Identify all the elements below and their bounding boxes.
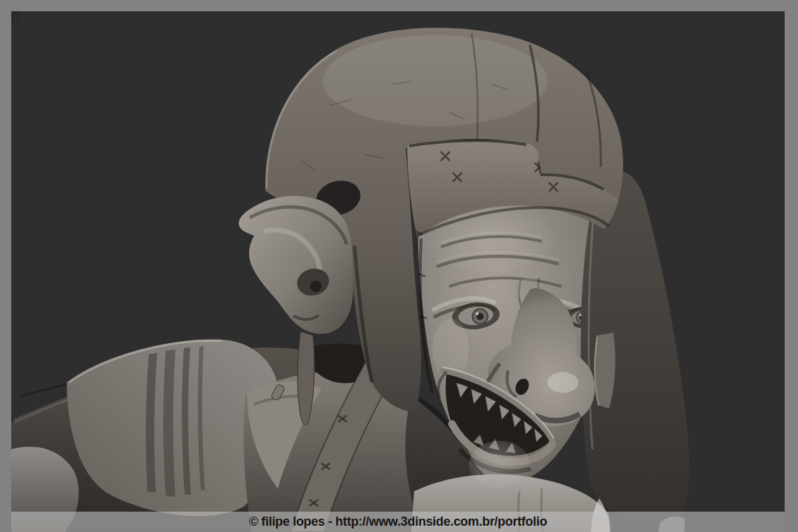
render-window: Grayscale digital clay sculpt (ZBrush-st…: [0, 0, 798, 532]
frame-border-left: [0, 0, 11, 532]
watermark-text: © filipe lopes - http://www.3dinside.com…: [249, 512, 547, 532]
hood-top-highlight: [323, 35, 547, 126]
frame-border-top: [0, 0, 798, 11]
chin-highlight: [469, 441, 531, 488]
canvas-corner-marker: [13, 13, 20, 20]
watermark-bar: © filipe lopes - http://www.3dinside.com…: [11, 512, 785, 532]
frame-border-right: [785, 0, 798, 532]
nose-tip-highlight: [547, 372, 578, 393]
goblin-sculpture: Grayscale digital clay sculpt (ZBrush-st…: [0, 0, 798, 532]
ear-canal: [310, 281, 321, 292]
